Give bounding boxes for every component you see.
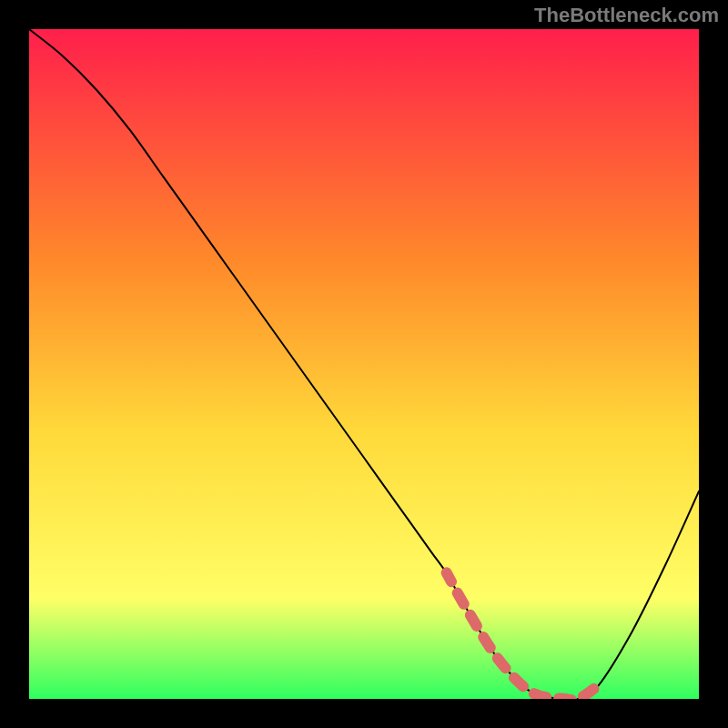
chart-svg xyxy=(29,29,699,699)
chart-container: TheBottleneck.com xyxy=(0,0,728,728)
watermark-text: TheBottleneck.com xyxy=(534,4,719,27)
plot-area xyxy=(29,29,699,699)
